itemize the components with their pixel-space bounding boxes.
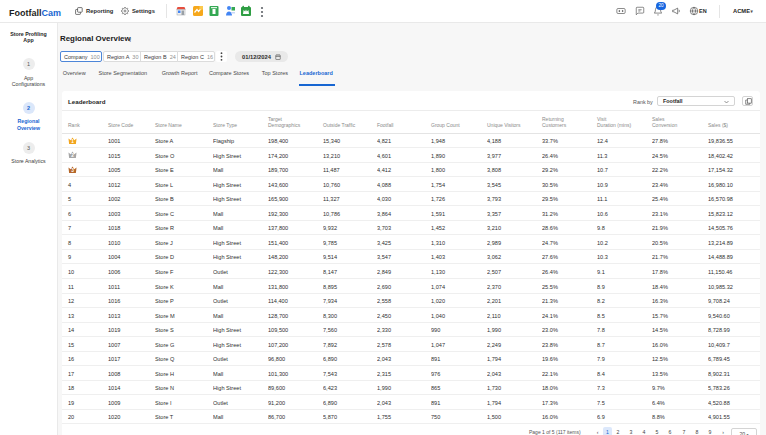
svg-text:3: 3 [71, 168, 74, 173]
svg-text:2: 2 [71, 154, 74, 159]
svg-text:1: 1 [71, 139, 74, 144]
